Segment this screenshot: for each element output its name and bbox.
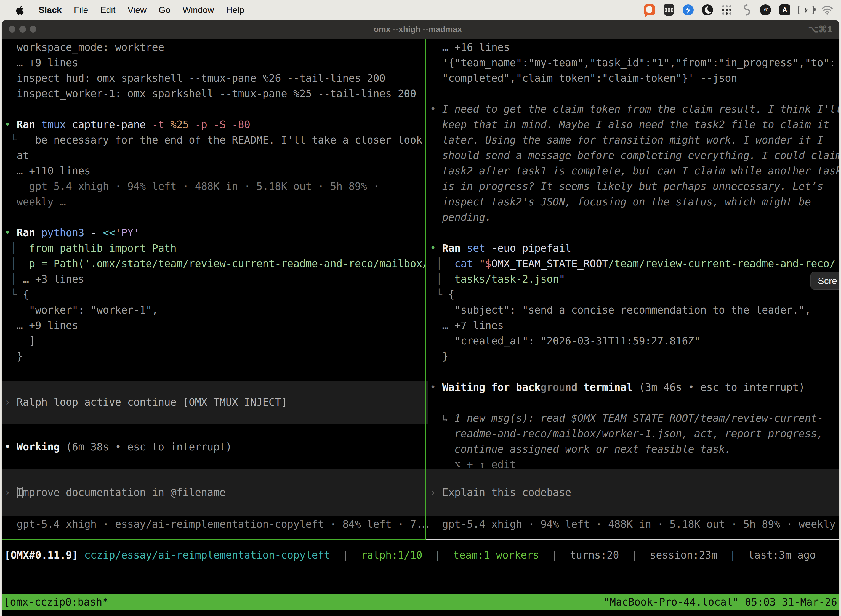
terminal-line bbox=[430, 225, 839, 241]
menu-item-edit[interactable]: Edit bbox=[100, 5, 115, 15]
terminal-line bbox=[430, 395, 839, 411]
shield-grid-icon[interactable] bbox=[663, 4, 675, 16]
terminal-line: keep that in mind. Maybe I also need the… bbox=[430, 117, 839, 132]
menu-item-file[interactable]: File bbox=[74, 5, 88, 15]
terminal-line: • Ran set -euo pipefail bbox=[430, 241, 839, 256]
terminal-line: workspace_mode: worktree bbox=[4, 40, 425, 55]
terminal-line: pending. bbox=[430, 210, 839, 225]
terminal-line: │ tasks/task-2.json" bbox=[430, 271, 839, 287]
terminal-line: should send a message before completing … bbox=[430, 148, 839, 163]
terminal-line: inspect task2's JSON, focusing on the st… bbox=[430, 194, 839, 210]
window-title: omx --xhigh --madmax bbox=[57, 20, 779, 39]
omx-session-statusline: [OMX#0.11.9] cczip/essay/ai-reimplementa… bbox=[4, 547, 816, 563]
desktop: Slack FileEditViewGoWindowHelp ..61 A om… bbox=[0, 0, 841, 616]
left-pane-statusline: gpt-5.4 xhigh · essay/ai-reimplementatio… bbox=[4, 517, 428, 532]
terminal-line: ↳ 1 new msg(s): read $OMX_TEAM_STATE_ROO… bbox=[430, 411, 839, 426]
menu-items: FileEditViewGoWindowHelp bbox=[74, 5, 245, 15]
terminal-line: later. Using the same for transition mig… bbox=[430, 132, 839, 148]
input-source-icon[interactable]: A bbox=[779, 4, 791, 16]
tmux-status-bar: [omx-cczip0:bash* "MacBook-Pro-44.local"… bbox=[1, 594, 840, 610]
right-pane-statusline: gpt-5.4 xhigh · 94% left · 488K in · 5.1… bbox=[430, 517, 840, 532]
terminal-line: • Ran tmux capture-pane -t %25 -p -S -80 bbox=[4, 117, 425, 132]
left-pane-border bbox=[1, 539, 425, 540]
terminal-line: • Waiting for background terminal (3m 46… bbox=[430, 380, 839, 395]
terminal-line: '{"team_name":"my-team","task_id":"1","f… bbox=[430, 55, 839, 70]
ralph-loop-status-row: › Ralph loop active continue [OMX_TMUX_I… bbox=[1, 381, 428, 424]
terminal-line bbox=[4, 101, 425, 117]
terminal-line bbox=[430, 364, 839, 380]
terminal-line: … +9 lines bbox=[4, 55, 425, 70]
countdown-badge-icon[interactable]: ..61 bbox=[759, 4, 771, 16]
terminal-line: │ cat "$OMX_TEAM_STATE_ROOT/team/review-… bbox=[430, 256, 839, 271]
terminal-line: is in progress? It seems likely but perh… bbox=[430, 179, 839, 194]
menu-item-slack[interactable]: Slack bbox=[39, 5, 62, 15]
pane-divider[interactable] bbox=[425, 39, 426, 540]
window-shortcut-hint: ⌥⌘1 bbox=[808, 20, 832, 39]
chat-bubble-icon[interactable] bbox=[643, 4, 656, 16]
terminal-line: } bbox=[430, 349, 839, 364]
terminal-line: gpt-5.4 xhigh · 94% left · 488K in · 5.1… bbox=[4, 179, 425, 194]
tmux-session: workspace_mode: worktree … +9 lines insp… bbox=[1, 39, 840, 616]
terminal-line: continue assigned work or next feasible … bbox=[430, 441, 839, 457]
close-window-button[interactable] bbox=[9, 26, 15, 32]
left-pane-output: workspace_mode: worktree … +9 lines insp… bbox=[4, 40, 425, 364]
menu-item-view[interactable]: View bbox=[127, 5, 147, 15]
right-prompt-input[interactable]: › Explain this codebase bbox=[426, 469, 840, 516]
menu-item-window[interactable]: Window bbox=[183, 5, 214, 15]
terminal-line: … +110 lines bbox=[4, 163, 425, 179]
right-pane-output: … +16 lines '{"team_name":"my-team","tas… bbox=[430, 40, 839, 472]
terminal-line: └ { bbox=[430, 287, 839, 302]
terminal-line: │ from pathlib import Path bbox=[4, 241, 425, 256]
minimize-window-button[interactable] bbox=[19, 26, 26, 32]
terminal-line: inspect_worker-1: omx sparkshell --tmux-… bbox=[4, 86, 425, 101]
menu-item-go[interactable]: Go bbox=[159, 5, 170, 15]
menu-bar: Slack FileEditViewGoWindowHelp ..61 A bbox=[0, 0, 841, 20]
squiggle-icon[interactable] bbox=[740, 4, 752, 16]
terminal-line: • I need to get the claim token from the… bbox=[430, 101, 839, 117]
terminal-line bbox=[430, 86, 839, 101]
moon-circle-icon[interactable] bbox=[701, 4, 714, 16]
terminal-line: weekly … bbox=[4, 194, 425, 210]
wifi-icon[interactable] bbox=[821, 4, 833, 16]
tmux-session-name: [omx-cczip0:bash* bbox=[4, 596, 108, 608]
terminal-window: omx --xhigh --madmax ⌥⌘1 workspace_mode:… bbox=[1, 20, 840, 616]
terminal-line bbox=[4, 210, 425, 225]
terminal-line: readme-and-reco/mailbox/worker-1.json, a… bbox=[430, 426, 839, 441]
terminal-line: "subject": "send a concise recommendatio… bbox=[430, 302, 839, 318]
terminal-line: "created_at": "2026-03-31T11:59:27.816Z" bbox=[430, 333, 839, 349]
left-prompt-input[interactable]: › Improve documentation in @filename bbox=[1, 469, 428, 516]
zoom-window-button[interactable] bbox=[30, 26, 37, 32]
terminal-line: } bbox=[4, 349, 425, 364]
screen-overlay-tooltip: Scre bbox=[810, 272, 840, 289]
tmux-host-clock: "MacBook-Pro-44.local" 05:03 31-Mar-26 bbox=[604, 596, 837, 608]
terminal-line: ] bbox=[4, 333, 425, 349]
dots-grid-icon[interactable] bbox=[721, 4, 733, 16]
menu-item-help[interactable]: Help bbox=[226, 5, 245, 15]
terminal-line: │ p = Path('.omx/state/team/review-curre… bbox=[4, 256, 425, 271]
terminal-line: at bbox=[4, 148, 425, 163]
terminal-line: inspect_hud: omx sparkshell --tmux-pane … bbox=[4, 70, 425, 86]
terminal-line: task2 after task1 is complete, but can I… bbox=[430, 163, 839, 179]
terminal-line: "completed","claim_token":"claim-token"}… bbox=[430, 70, 839, 86]
battery-icon[interactable] bbox=[798, 4, 814, 16]
terminal-line: … +16 lines bbox=[430, 40, 839, 55]
right-pane-border bbox=[426, 539, 840, 540]
blue-bolt-badge-icon[interactable] bbox=[682, 4, 694, 16]
terminal-line: "worker": "worker-1", bbox=[4, 302, 425, 318]
terminal-line: … +9 lines bbox=[4, 318, 425, 333]
terminal-line: └ { bbox=[4, 287, 425, 302]
terminal-line: • Ran python3 - <<'PY' bbox=[4, 225, 425, 241]
window-titlebar[interactable]: omx --xhigh --madmax ⌥⌘1 bbox=[1, 20, 840, 39]
apple-menu-icon[interactable] bbox=[14, 4, 26, 16]
terminal-line: … +7 lines bbox=[430, 318, 839, 333]
working-status-row: • Working (6m 38s • esc to interrupt) bbox=[4, 439, 232, 455]
terminal-line: │ … +3 lines bbox=[4, 271, 425, 287]
terminal-line: └ be necessary for the end of the README… bbox=[4, 132, 425, 148]
